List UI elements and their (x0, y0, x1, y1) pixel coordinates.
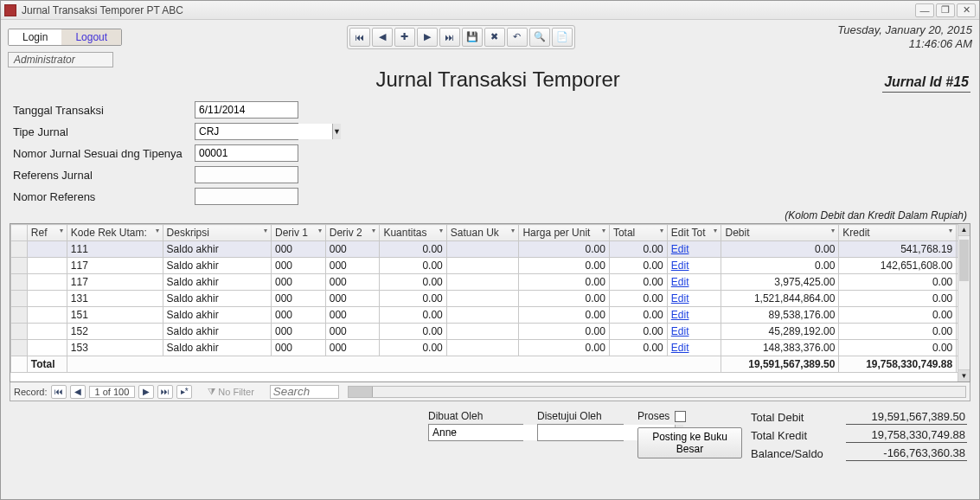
cell-kredit[interactable]: 0.00 (839, 340, 957, 356)
cell-d1[interactable]: 000 (272, 241, 326, 258)
cell-desc[interactable]: Saldo akhir (163, 340, 271, 356)
record-search-input[interactable] (270, 385, 339, 399)
cell-total[interactable]: 0.00 (609, 274, 667, 291)
last-record-icon[interactable]: ⏭ (439, 28, 460, 47)
cell-desc[interactable]: Saldo akhir (163, 291, 271, 307)
cell-satuan[interactable] (446, 274, 519, 291)
col-satuan[interactable]: Satuan Uk▾ (446, 225, 519, 241)
cell-harga[interactable]: 0.00 (519, 307, 610, 324)
logout-tab[interactable]: Logout (61, 29, 121, 45)
record-position[interactable]: 1 of 100 (89, 386, 136, 398)
cell-debit[interactable]: 148,383,376.00 (721, 340, 839, 356)
edit-link[interactable]: Edit (671, 325, 689, 337)
col-harga[interactable]: Harga per Unit▾ (519, 225, 610, 241)
scroll-up-icon[interactable]: ▲ (958, 224, 970, 236)
col-kuantitas[interactable]: Kuantitas▾ (380, 225, 446, 241)
cell-ref[interactable] (27, 274, 67, 291)
cell-total[interactable]: 0.00 (609, 241, 667, 258)
col-desc[interactable]: Deskripsi▾ (163, 225, 271, 241)
row-selector[interactable] (11, 241, 28, 258)
cell-d1[interactable]: 000 (272, 274, 326, 291)
posting-button[interactable]: Posting ke Buku Besar (637, 427, 742, 458)
rb-new-icon[interactable]: ▸* (176, 385, 192, 399)
rb-prev-icon[interactable]: ◀ (70, 385, 86, 399)
cell-edit[interactable]: Edit (667, 258, 721, 274)
cell-ref[interactable] (27, 307, 67, 324)
rb-next-icon[interactable]: ▶ (138, 385, 154, 399)
cell-d2[interactable]: 000 (325, 274, 380, 291)
cell-total[interactable]: 0.00 (609, 324, 667, 340)
cell-ref[interactable] (27, 324, 67, 340)
cell-edit[interactable]: Edit (667, 274, 721, 291)
scroll-thumb[interactable] (959, 240, 969, 281)
cell-d2[interactable]: 000 (325, 340, 380, 356)
undo-icon[interactable]: ↶ (507, 28, 528, 47)
cell-desc[interactable]: Saldo akhir (163, 307, 271, 324)
col-deriv2[interactable]: Deriv 2▾ (325, 225, 380, 241)
next-record-icon[interactable]: ▶ (417, 28, 438, 47)
disetujui-combo[interactable]: ▼ (537, 424, 624, 441)
cell-kredit[interactable]: 0.00 (839, 274, 957, 291)
col-total[interactable]: Total▾ (609, 225, 667, 241)
cell-ref[interactable] (27, 241, 67, 258)
row-selector[interactable] (11, 340, 28, 356)
cell-harga[interactable]: 0.00 (519, 274, 610, 291)
preview-icon[interactable]: 📄 (552, 28, 573, 47)
cell-kode[interactable]: 111 (67, 241, 163, 258)
cell-satuan[interactable] (446, 307, 519, 324)
hscroll-thumb[interactable] (349, 387, 373, 397)
cell-desc[interactable]: Saldo akhir (163, 241, 271, 258)
table-row[interactable]: 117Saldo akhir0000000.000.000.00Edit3,97… (11, 274, 970, 291)
login-tab[interactable]: Login (9, 29, 61, 45)
rb-first-icon[interactable]: ⏮ (51, 385, 67, 399)
dibuat-combo[interactable]: ▼ (428, 424, 523, 441)
cell-harga[interactable]: 0.00 (519, 241, 610, 258)
cell-kode[interactable]: 153 (67, 340, 163, 356)
cell-satuan[interactable] (446, 241, 519, 258)
cell-d2[interactable]: 000 (325, 324, 380, 340)
cell-satuan[interactable] (446, 324, 519, 340)
cell-ref[interactable] (27, 291, 67, 307)
cell-total[interactable]: 0.00 (609, 258, 667, 274)
cell-harga[interactable]: 0.00 (519, 340, 610, 356)
cell-d1[interactable]: 000 (272, 340, 326, 356)
cell-kredit[interactable]: 0.00 (839, 307, 957, 324)
cell-kuantitas[interactable]: 0.00 (380, 241, 446, 258)
col-deriv1[interactable]: Deriv 1▾ (272, 225, 326, 241)
prev-record-icon[interactable]: ◀ (372, 28, 393, 47)
edit-link[interactable]: Edit (671, 342, 689, 354)
referens-input[interactable] (195, 166, 298, 183)
cell-d1[interactable]: 000 (272, 291, 326, 307)
edit-link[interactable]: Edit (671, 276, 689, 288)
cell-debit[interactable]: 0.00 (721, 241, 839, 258)
table-row[interactable]: 152Saldo akhir0000000.000.000.00Edit45,2… (11, 324, 970, 340)
cell-d2[interactable]: 000 (325, 241, 380, 258)
proses-checkbox[interactable] (675, 411, 686, 422)
cell-kredit[interactable]: 541,768.19 (839, 241, 957, 258)
cell-ref[interactable] (27, 258, 67, 274)
cell-harga[interactable]: 0.00 (519, 258, 610, 274)
cell-total[interactable]: 0.00 (609, 307, 667, 324)
edit-link[interactable]: Edit (671, 260, 689, 272)
tipe-input[interactable] (195, 124, 332, 139)
col-kode[interactable]: Kode Rek Utam:▾ (67, 225, 163, 241)
cell-debit[interactable]: 45,289,192.00 (721, 324, 839, 340)
save-record-icon[interactable]: 💾 (462, 28, 483, 47)
new-record-icon[interactable]: ✚ (394, 28, 415, 47)
cell-d1[interactable]: 000 (272, 307, 326, 324)
cell-ref[interactable] (27, 340, 67, 356)
col-debit[interactable]: Debit▾ (721, 225, 839, 241)
cell-edit[interactable]: Edit (667, 324, 721, 340)
scroll-down-icon[interactable]: ▼ (958, 369, 970, 381)
row-selector-header[interactable] (11, 225, 28, 241)
cell-desc[interactable]: Saldo akhir (163, 258, 271, 274)
cell-kredit[interactable]: 0.00 (839, 324, 957, 340)
cell-edit[interactable]: Edit (667, 307, 721, 324)
table-row[interactable]: 111Saldo akhir0000000.000.000.00Edit0.00… (11, 241, 970, 258)
cell-total[interactable]: 0.00 (609, 340, 667, 356)
grid-vertical-scrollbar[interactable]: ▲ ▼ (958, 224, 970, 381)
cell-satuan[interactable] (446, 291, 519, 307)
edit-link[interactable]: Edit (671, 292, 689, 304)
minimize-button[interactable]: — (915, 3, 934, 17)
table-row[interactable]: 151Saldo akhir0000000.000.000.00Edit89,5… (11, 307, 970, 324)
